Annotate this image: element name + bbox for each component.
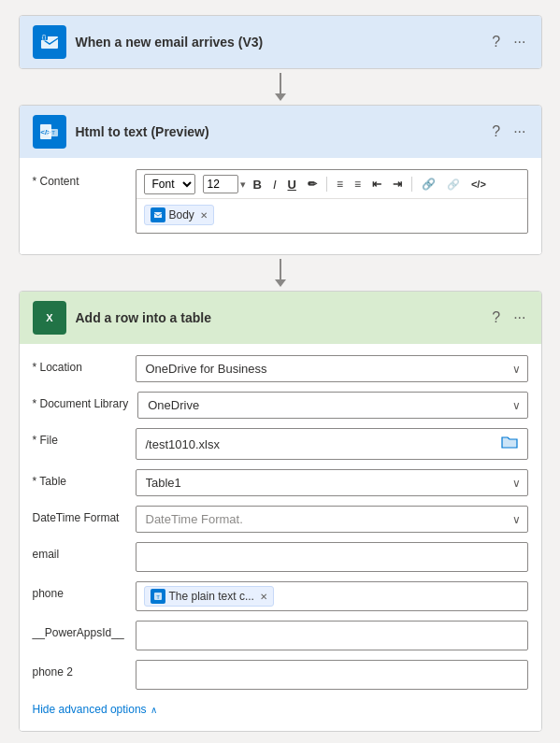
content-field-row: * Content Font ▾ B I xyxy=(33,169,528,234)
add-row-card-title: Add a row into a table xyxy=(76,310,481,325)
svg-rect-7 xyxy=(154,212,162,218)
font-selector-group: Font xyxy=(144,174,195,194)
hide-advanced-label: Hide advanced options xyxy=(33,703,147,716)
underline-button[interactable]: U xyxy=(284,177,300,193)
phone-label: phone xyxy=(33,581,126,600)
trigger-help-button[interactable]: ? xyxy=(490,32,502,52)
datetime-label: DateTime Format xyxy=(33,506,126,524)
font-size-group: ▾ xyxy=(203,175,246,193)
html-to-text-card: </> T Html to text (Preview) ? ··· * Con… xyxy=(19,105,542,255)
phone2-label: phone 2 xyxy=(33,660,126,679)
document-library-select[interactable]: OneDrive xyxy=(137,392,527,419)
svg-text:T: T xyxy=(156,594,160,600)
location-select-wrap[interactable]: OneDrive for Business ∨ xyxy=(136,355,528,382)
indent-right-button[interactable]: ⇥ xyxy=(389,177,406,192)
file-folder-icon[interactable] xyxy=(501,435,518,453)
html-to-text-card-body: * Content Font ▾ B I xyxy=(20,158,541,254)
excel-add-row-icon: X xyxy=(33,301,66,335)
file-input[interactable]: /test1010.xlsx xyxy=(136,428,528,460)
svg-text:{}: {} xyxy=(41,34,46,41)
email-field-row: email xyxy=(33,542,528,572)
add-row-card-body: * Location OneDrive for Business ∨ * Doc… xyxy=(20,344,541,731)
content-input-wrap[interactable]: Font ▾ B I U ✏ ≡ ≡ ⇤ xyxy=(136,169,528,234)
font-size-chevron: ▾ xyxy=(240,179,246,191)
connector-arrowhead xyxy=(275,93,286,101)
hide-advanced-button[interactable]: Hide advanced options ∧ xyxy=(33,699,157,720)
add-row-card-header: X Add a row into a table ? ··· xyxy=(20,292,541,344)
datetime-select-wrap[interactable]: DateTime Format. ∨ xyxy=(136,506,528,533)
trigger-card-actions: ? ··· xyxy=(490,32,527,52)
table-select[interactable]: Table1 xyxy=(136,469,528,496)
font-size-input[interactable] xyxy=(203,175,238,193)
connector-line xyxy=(280,73,281,93)
table-select-wrap[interactable]: Table1 ∨ xyxy=(136,469,528,496)
datetime-field-row: DateTime Format DateTime Format. ∨ xyxy=(33,506,528,533)
svg-text:T: T xyxy=(51,130,55,136)
trigger-more-button[interactable]: ··· xyxy=(511,32,527,52)
add-row-more-button[interactable]: ··· xyxy=(511,307,527,328)
rich-text-toolbar: Font ▾ B I U ✏ ≡ ≡ ⇤ xyxy=(136,170,527,199)
document-library-field-row: * Document Library OneDrive ∨ xyxy=(33,392,528,419)
powerappsid-field-row: __PowerAppsId__ xyxy=(33,621,528,650)
indent-left-button[interactable]: ⇤ xyxy=(368,177,385,192)
html-to-text-icon: </> T xyxy=(33,115,66,149)
plain-text-pill[interactable]: T The plain text c... ✕ xyxy=(144,586,274,607)
table-field-row: * Table Table1 ∨ xyxy=(33,469,528,496)
location-select[interactable]: OneDrive for Business xyxy=(136,355,528,382)
html-to-text-card-title: Html to text (Preview) xyxy=(76,124,481,139)
add-row-card-actions: ? ··· xyxy=(490,307,527,328)
unlink-button[interactable]: 🔗 xyxy=(443,178,464,192)
file-label: * File xyxy=(33,428,126,447)
html-to-text-card-actions: ? ··· xyxy=(490,121,527,142)
unordered-list-button[interactable]: ≡ xyxy=(333,177,347,192)
table-label: * Table xyxy=(33,469,126,488)
html-to-text-more-button[interactable]: ··· xyxy=(511,121,527,142)
font-select[interactable]: Font xyxy=(144,174,195,194)
phone-field-row: phone T The plain text c... ✕ xyxy=(33,581,528,611)
arrow-connector-1 xyxy=(275,73,286,101)
location-label: * Location xyxy=(33,355,126,374)
hide-advanced-chevron-icon: ∧ xyxy=(151,705,157,715)
phone2-field-row: phone 2 xyxy=(33,660,528,690)
arrow-connector-2 xyxy=(275,259,286,287)
datetime-select[interactable]: DateTime Format. xyxy=(136,506,528,533)
italic-button[interactable]: I xyxy=(269,177,280,193)
body-pill[interactable]: Body ✕ xyxy=(144,205,214,225)
document-library-select-wrap[interactable]: OneDrive ∨ xyxy=(137,392,527,419)
email-body-icon xyxy=(151,207,165,222)
pen-button[interactable]: ✏ xyxy=(304,177,321,192)
bold-button[interactable]: B xyxy=(250,177,266,193)
add-row-card: X Add a row into a table ? ··· * Locatio… xyxy=(19,291,542,732)
email-trigger-icon: {} xyxy=(33,25,66,59)
toolbar-separator-2 xyxy=(411,177,412,192)
powerappsid-input[interactable] xyxy=(136,621,528,650)
email-input[interactable] xyxy=(136,542,528,572)
content-label: * Content xyxy=(33,169,126,188)
body-pill-label: Body xyxy=(169,208,194,221)
location-field-row: * Location OneDrive for Business ∨ xyxy=(33,355,528,382)
phone-input[interactable]: T The plain text c... ✕ xyxy=(136,581,528,611)
document-library-label: * Document Library xyxy=(33,392,129,410)
file-field-row: * File /test1010.xlsx xyxy=(33,428,528,460)
svg-text:X: X xyxy=(46,312,53,323)
link-button[interactable]: 🔗 xyxy=(418,177,439,192)
powerappsid-label: __PowerAppsId__ xyxy=(33,621,126,639)
html-to-text-card-header: </> T Html to text (Preview) ? ··· xyxy=(20,106,541,158)
plain-text-pill-close[interactable]: ✕ xyxy=(260,592,267,602)
plain-text-pill-label: The plain text c... xyxy=(169,590,254,603)
code-button[interactable]: </> xyxy=(467,178,490,191)
email-label: email xyxy=(33,542,126,561)
ordered-list-button[interactable]: ≡ xyxy=(351,177,365,192)
editor-content-area[interactable]: Body ✕ xyxy=(136,199,527,233)
flow-container: {} When a new email arrives (V3) ? ··· <… xyxy=(19,15,542,743)
trigger-card-title: When a new email arrives (V3) xyxy=(76,35,481,50)
body-pill-close[interactable]: ✕ xyxy=(200,210,208,221)
trigger-card: {} When a new email arrives (V3) ? ··· xyxy=(19,15,542,69)
add-row-help-button[interactable]: ? xyxy=(490,307,502,328)
file-path-text: /test1010.xlsx xyxy=(146,437,221,451)
phone2-input[interactable] xyxy=(136,660,528,690)
plain-text-icon: T xyxy=(151,589,165,604)
html-to-text-help-button[interactable]: ? xyxy=(490,121,502,142)
toolbar-separator-1 xyxy=(326,177,327,192)
connector-arrowhead-2 xyxy=(275,279,286,287)
